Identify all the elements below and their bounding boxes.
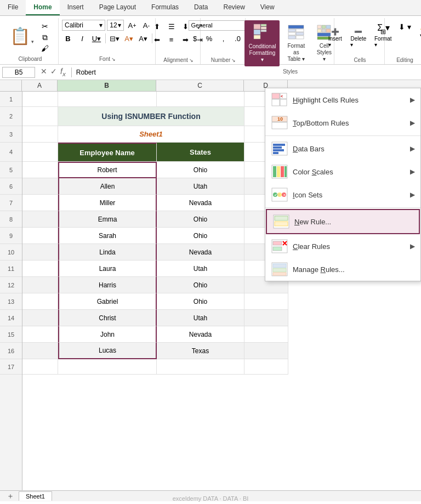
- cell-c17[interactable]: [157, 359, 244, 375]
- increase-decimal-button[interactable]: .0: [231, 32, 244, 44]
- font-grow-button[interactable]: A+: [126, 19, 139, 31]
- cell-a1[interactable]: [22, 92, 58, 107]
- menu-item-manage-rules[interactable]: Manage Rules...: [265, 258, 420, 281]
- cell-b3-subtitle[interactable]: Sheet1: [58, 126, 244, 143]
- format-as-table-button[interactable]: Format asTable ▾: [282, 22, 310, 65]
- underline-button[interactable]: U▾: [90, 32, 103, 44]
- italic-button[interactable]: I: [76, 32, 89, 44]
- cell-b1[interactable]: [58, 92, 157, 107]
- tab-home[interactable]: Home: [26, 0, 59, 15]
- menu-item-highlight-cells-rules[interactable]: < Highlight Cells Rules ▶: [265, 88, 420, 111]
- tab-page-layout[interactable]: Page Layout: [92, 0, 144, 15]
- cell-reference-box[interactable]: B5: [2, 67, 35, 78]
- insert-function-icon[interactable]: fx: [60, 67, 66, 77]
- cell-a6[interactable]: [22, 178, 58, 195]
- cell-c11[interactable]: Utah: [157, 261, 244, 277]
- cell-b6[interactable]: Allen: [58, 178, 157, 195]
- tab-insert[interactable]: Insert: [60, 0, 92, 15]
- cell-c16[interactable]: Texas: [157, 343, 244, 359]
- cell-c4-header[interactable]: States: [157, 143, 244, 162]
- menu-item-data-bars[interactable]: Data Bars ▶: [265, 137, 420, 160]
- align-left-button[interactable]: ⬅: [151, 33, 164, 46]
- copy-button[interactable]: ⧉: [37, 32, 53, 42]
- comma-button[interactable]: ,: [217, 32, 230, 44]
- delete-button[interactable]: ➖ Delete ▾: [347, 26, 369, 50]
- cell-a11[interactable]: [22, 261, 58, 277]
- cell-c9[interactable]: Ohio: [157, 228, 244, 244]
- clear-button[interactable]: 🧹 ▾: [417, 20, 422, 42]
- cell-b14[interactable]: Christ: [58, 310, 157, 326]
- cell-a12[interactable]: [22, 277, 58, 293]
- currency-button[interactable]: $: [189, 32, 202, 44]
- cell-b2-title[interactable]: Using ISNUMBER Function: [58, 107, 244, 126]
- cell-d15[interactable]: [244, 326, 288, 343]
- cell-c5[interactable]: Ohio: [157, 162, 244, 178]
- cell-a14[interactable]: [22, 310, 58, 326]
- tab-formulas[interactable]: Formulas: [144, 0, 186, 15]
- insert-button[interactable]: ➕ Insert ▾: [325, 26, 346, 50]
- col-header-a[interactable]: A: [22, 80, 58, 91]
- cell-c14[interactable]: Utah: [157, 310, 244, 326]
- cell-a8[interactable]: [22, 211, 58, 228]
- tab-file[interactable]: File: [0, 0, 26, 15]
- font-size-selector[interactable]: 12▾: [107, 20, 124, 31]
- cell-c12[interactable]: Ohio: [157, 277, 244, 293]
- cell-a17[interactable]: [22, 359, 58, 375]
- cell-a3[interactable]: [22, 126, 58, 143]
- cell-c6[interactable]: Utah: [157, 178, 244, 195]
- cell-c1[interactable]: [157, 92, 244, 107]
- cell-c7[interactable]: Nevada: [157, 195, 244, 211]
- paste-button[interactable]: 📋 ▾: [8, 27, 36, 46]
- cell-d14[interactable]: [244, 310, 288, 326]
- menu-item-top-bottom-rules[interactable]: 10 Top/Bottom Rules ▶: [265, 111, 420, 134]
- cell-c13[interactable]: Ohio: [157, 293, 244, 310]
- menu-item-color-scales[interactable]: Color Scales ▶: [265, 160, 420, 183]
- cell-a5[interactable]: [22, 162, 58, 178]
- cut-button[interactable]: ✂: [37, 21, 53, 31]
- cell-c8[interactable]: Ohio: [157, 211, 244, 228]
- format-painter-button[interactable]: 🖌: [37, 43, 53, 53]
- add-sheet-button[interactable]: ＋: [2, 490, 19, 502]
- cell-d13[interactable]: [244, 293, 288, 310]
- formula-input[interactable]: [71, 67, 419, 77]
- col-header-b[interactable]: B: [58, 80, 156, 91]
- cell-b16[interactable]: Lucas: [58, 343, 157, 359]
- tab-data[interactable]: Data: [186, 0, 215, 15]
- border-button[interactable]: ⊟▾: [108, 32, 121, 44]
- bold-button[interactable]: B: [61, 32, 75, 44]
- tab-review[interactable]: Review: [215, 0, 252, 15]
- cell-a16[interactable]: [22, 343, 58, 359]
- cell-a4[interactable]: [22, 143, 58, 162]
- sheet-tab-1[interactable]: Sheet1: [19, 491, 52, 501]
- cell-b7[interactable]: Miller: [58, 195, 157, 211]
- col-header-c[interactable]: C: [156, 80, 244, 91]
- cell-b12[interactable]: Harris: [58, 277, 157, 293]
- cell-c10[interactable]: Nevada: [157, 244, 244, 261]
- cell-b11[interactable]: Laura: [58, 261, 157, 277]
- conditional-formatting-button[interactable]: ConditionalFormatting ▾: [244, 20, 280, 66]
- confirm-formula-icon[interactable]: ✓: [50, 67, 57, 77]
- cell-a7[interactable]: [22, 195, 58, 211]
- cell-a13[interactable]: [22, 293, 58, 310]
- cell-b10[interactable]: Linda: [58, 244, 157, 261]
- font-name-selector[interactable]: Calibri▾: [62, 20, 105, 31]
- align-top-button[interactable]: ⬆: [151, 20, 164, 32]
- cancel-formula-icon[interactable]: ✕: [41, 67, 47, 77]
- font-color-button[interactable]: A▾: [136, 32, 150, 44]
- cell-a15[interactable]: [22, 326, 58, 343]
- cell-d17[interactable]: [244, 359, 288, 375]
- menu-item-new-rule[interactable]: New Rule...: [266, 209, 420, 234]
- fill-button[interactable]: ⬇ ▾: [395, 20, 415, 33]
- cell-b5[interactable]: Robert: [58, 162, 157, 178]
- menu-item-clear-rules[interactable]: Clear Rules ▶: [265, 235, 420, 258]
- align-center-button[interactable]: ≡: [165, 33, 178, 46]
- tab-view[interactable]: View: [253, 0, 282, 15]
- fill-color-button[interactable]: A▾: [122, 32, 135, 44]
- cell-b9[interactable]: Sarah: [58, 228, 157, 244]
- cell-a2[interactable]: [22, 107, 58, 126]
- percent-button[interactable]: %: [203, 32, 216, 44]
- cell-d16[interactable]: [244, 343, 288, 359]
- cell-a9[interactable]: [22, 228, 58, 244]
- cell-b15[interactable]: John: [58, 326, 157, 343]
- align-middle-button[interactable]: ☰: [165, 20, 178, 32]
